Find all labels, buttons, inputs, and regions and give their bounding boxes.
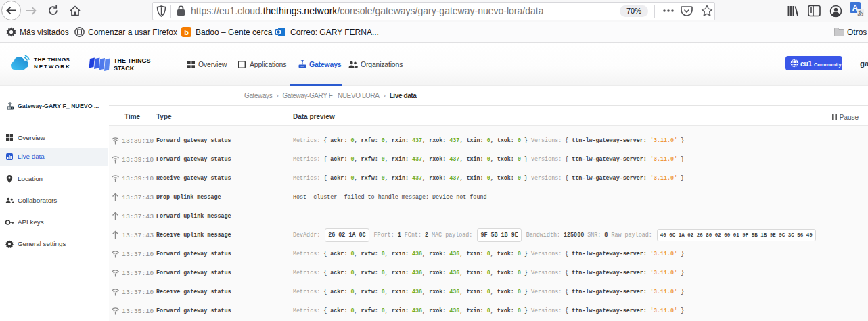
svg-text:あ: あ xyxy=(857,9,863,16)
svg-text:b: b xyxy=(184,28,189,36)
